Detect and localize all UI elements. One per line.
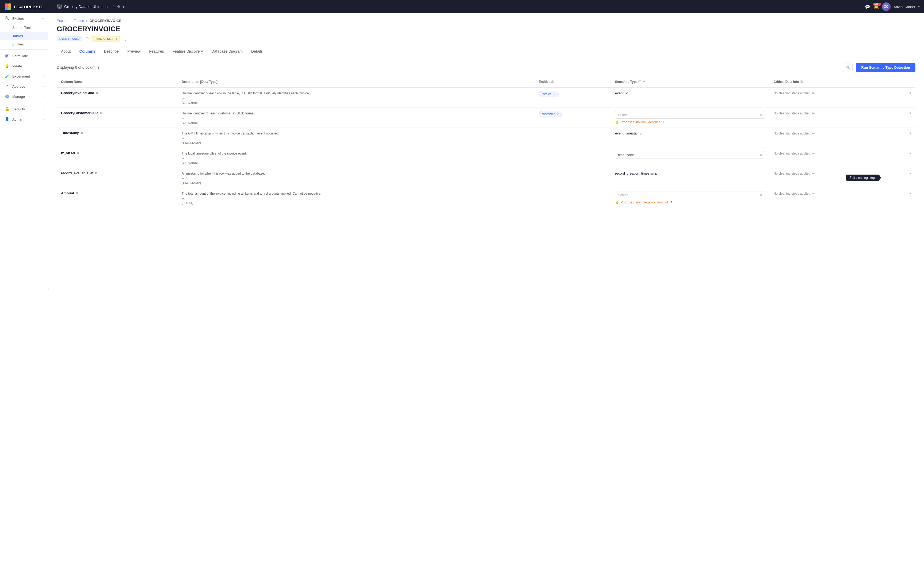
explore-icon: 🔍	[4, 16, 10, 21]
copy-record-available-icon[interactable]: ⧉	[95, 171, 98, 175]
edit-desc-invoice-guid-icon[interactable]: ✏	[182, 97, 184, 101]
tab-columns[interactable]: Columns	[75, 46, 100, 57]
data-type-tz-offset: [VARCHAR]	[182, 161, 530, 164]
critical-info-icon[interactable]: ⓘ	[800, 80, 803, 83]
amount-text: Amount	[61, 191, 74, 195]
edit-desc-amount-icon[interactable]: ✏	[182, 197, 184, 201]
clear-semantic-customer[interactable]: ✕	[760, 113, 762, 117]
expand-row-5-button[interactable]: ▾	[909, 171, 911, 175]
col-name-tz-offset: tz_offset ⧉	[61, 151, 173, 155]
remove-entity-customer-button[interactable]: ✕	[556, 112, 559, 116]
expand-row-6-button[interactable]: ▾	[909, 191, 911, 195]
tab-feature-discovery[interactable]: Feature Discovery	[168, 46, 207, 57]
chat-button[interactable]: 💬	[865, 4, 870, 9]
tab-features[interactable]: Features	[145, 46, 168, 57]
edit-cleaning-4-button[interactable]: ✏	[812, 151, 815, 155]
sidebar-item-tables[interactable]: Tables	[0, 32, 48, 40]
edit-desc-tz-offset-icon[interactable]: ✏	[182, 157, 184, 161]
share-icon[interactable]: ⤴	[113, 5, 115, 9]
svg-rect-1	[8, 3, 11, 6]
edit-desc-timestamp-icon[interactable]: ✏	[182, 137, 184, 141]
run-semantic-detection-button[interactable]: Run Semantic Type Detection	[856, 63, 916, 72]
notifications-button[interactable]: 🔔 999+	[874, 4, 879, 9]
logo-text: FEATUREBYTE	[14, 5, 43, 9]
table-row: tz_offset ⧉ The local timezone offset of…	[57, 148, 916, 168]
data-type-timestamp: [TIMESTAMP]	[182, 141, 530, 144]
semantic-filter-icon[interactable]: ▼	[642, 80, 646, 84]
main-content: Explore › Tables › GROCERYINVOICE GROCER…	[48, 13, 924, 578]
table-type-info-icon[interactable]: ⓘ	[86, 37, 89, 41]
user-menu-chevron[interactable]: ▾	[918, 5, 920, 8]
entities-info-icon[interactable]: ⓘ	[551, 80, 554, 83]
expand-row-1-button[interactable]: ▾	[909, 91, 911, 95]
tab-database-diagram[interactable]: Database Diagram	[207, 46, 247, 57]
semantic-info-icon[interactable]: ⓘ	[638, 80, 641, 83]
expand-row-2-button[interactable]: ▾	[909, 111, 911, 115]
col-desc-tz-offset: The local timezone offset of the invoice…	[182, 151, 530, 156]
tab-preview[interactable]: Preview	[123, 46, 145, 57]
tab-describe[interactable]: Describe	[99, 46, 123, 57]
sidebar-item-explore[interactable]: 🔍 Explore ▾	[0, 13, 48, 24]
breadcrumb-explore[interactable]: Explore	[57, 19, 68, 23]
clear-semantic-tz[interactable]: ✕	[760, 153, 762, 157]
semantic-select-tz-offset[interactable]: time_zone ✕	[615, 151, 765, 159]
copy-timestamp-icon[interactable]: ⧉	[81, 131, 83, 135]
th-description: Description [Data Type]	[177, 76, 535, 88]
edit-cleaning-6-button[interactable]: ✏	[812, 192, 815, 195]
undo-proposed-customer[interactable]: ↺	[661, 120, 664, 124]
edit-cleaning-1-button[interactable]: ✏	[812, 91, 815, 95]
dropdown-icon[interactable]: ▾	[122, 5, 124, 9]
proposed-label-amount: Proposed: non_negative_amount	[621, 201, 668, 204]
sidebar-item-approve[interactable]: ✓ Approve ›	[0, 81, 48, 91]
sidebar-item-source-tables[interactable]: Source Tables	[0, 24, 48, 32]
clear-semantic-amount[interactable]: ✕	[760, 193, 762, 197]
semantic-select-amount[interactable]: Select ✕	[615, 191, 765, 199]
undo-proposed-amount[interactable]: ↺	[670, 201, 672, 204]
user-avatar[interactable]: XC	[882, 2, 891, 11]
expand-row-4-button[interactable]: ▾	[909, 151, 911, 155]
copy-invoice-guid-icon[interactable]: ⧉	[96, 91, 98, 95]
sidebar-item-manage[interactable]: ⚙️ Manage ›	[0, 91, 48, 102]
sidebar-item-experiment[interactable]: 🧪 Experiment ›	[0, 71, 48, 81]
semantic-tz-value: time_zone	[618, 153, 634, 157]
copy-tz-offset-icon[interactable]: ⧉	[77, 151, 79, 155]
data-type-customer-guid: [VARCHAR]	[182, 121, 530, 124]
sidebar-item-security[interactable]: 🔒 Security ›	[0, 104, 48, 114]
edit-desc-record-available-icon[interactable]: ✏	[182, 177, 184, 181]
experiment-label: Experiment	[12, 74, 40, 78]
top-navigation: FEATUREBYTE 🖥️ Grocery Dataset UI tutori…	[0, 0, 924, 13]
more-options-button[interactable]: ⋮	[123, 36, 128, 42]
expand-row-3-button[interactable]: ▾	[909, 131, 911, 135]
approve-expand-icon: ›	[43, 85, 44, 88]
breadcrumb: Explore › Tables › GROCERYINVOICE	[57, 19, 916, 23]
data-type-record-available: [TIMESTAMP]	[182, 181, 530, 185]
sidebar-toggle-button[interactable]: ‹	[45, 284, 51, 294]
breadcrumb-tables[interactable]: Tables	[74, 19, 84, 23]
columns-table: Column Name Description [Data Type] Enti…	[57, 76, 916, 208]
remove-entity-invoice-button[interactable]: ✕	[553, 93, 556, 96]
sidebar-item-ideate[interactable]: 💡 Ideate ›	[0, 61, 48, 71]
tab-bar: About Columns Describe Preview Features …	[48, 46, 924, 57]
security-expand-icon: ›	[43, 108, 44, 111]
semantic-select-customer-guid[interactable]: Select ✕	[615, 111, 765, 119]
source-tables-label: Source Tables	[12, 26, 34, 30]
user-name: Xavier Conort	[894, 5, 915, 9]
sidebar-item-admin[interactable]: 👤 Admin ›	[0, 114, 48, 124]
sidebar-item-entities[interactable]: Entities	[0, 40, 48, 49]
tab-details[interactable]: Details	[247, 46, 267, 57]
tab-about[interactable]: About	[57, 46, 75, 57]
manage-expand-icon: ›	[43, 95, 44, 98]
settings-icon[interactable]: ⚙	[117, 5, 120, 9]
search-columns-button[interactable]: 🔍	[843, 63, 852, 72]
col-name-customer-guid: GroceryCustomerGuid ⧉	[61, 111, 173, 115]
record-available-text: record_available_at	[61, 171, 93, 175]
copy-customer-guid-icon[interactable]: ⧉	[100, 111, 102, 115]
edit-cleaning-3-button[interactable]: ✏	[812, 131, 815, 135]
status-badge: PUBLIC_DRAFT	[92, 36, 120, 41]
edit-cleaning-5-button[interactable]: ✏	[812, 171, 815, 175]
copy-amount-icon[interactable]: ⧉	[76, 192, 78, 195]
sidebar-item-formulate[interactable]: ⚗️ Formulate ›	[0, 51, 48, 61]
edit-desc-customer-guid-icon[interactable]: ✏	[182, 117, 184, 120]
edit-cleaning-2-button[interactable]: ✏	[812, 111, 815, 115]
tables-label: Tables	[12, 34, 23, 38]
